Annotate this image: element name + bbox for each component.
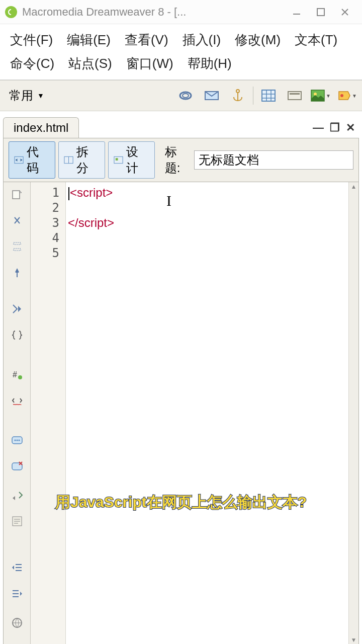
app-icon (5, 6, 17, 18)
expand-tag-icon[interactable] (8, 237, 26, 256)
document-tab-strip: index.html — ❐ ✕ (3, 117, 359, 138)
indent-left-icon[interactable] (8, 558, 26, 577)
menu-text[interactable]: 文本(T) (288, 28, 344, 52)
line-number: 5 (31, 246, 65, 261)
div-icon[interactable] (284, 86, 306, 106)
code-line: </script> (68, 215, 355, 230)
line-number: 4 (31, 230, 65, 246)
svg-point-5 (236, 90, 239, 93)
code-toolbar: # (4, 182, 31, 644)
video-caption: 用JavaScript在网页上怎么输出文本? (55, 492, 307, 513)
insert-toolbar: 常用 ▼ ▼ ▼ (0, 80, 362, 111)
view-split-label: 拆分 (76, 144, 100, 176)
view-code-label: 代码 (27, 144, 50, 176)
svg-rect-15 (114, 156, 123, 163)
menu-commands[interactable]: 命令(C) (3, 52, 61, 75)
svg-point-26 (18, 440, 20, 441)
code-editor: # 1 2 3 4 5 <script> </script> I (3, 182, 359, 644)
hyperlink-icon[interactable] (174, 86, 197, 106)
named-anchor-icon[interactable] (227, 86, 249, 106)
format-icon[interactable] (8, 512, 26, 530)
scroll-up-icon[interactable]: ▲ (349, 182, 358, 191)
line-number-gutter: 1 2 3 4 5 (31, 182, 66, 644)
view-code-button[interactable]: 代码 (9, 141, 55, 179)
code-hint-icon[interactable] (8, 431, 26, 449)
indent-icon[interactable] (8, 486, 26, 504)
toolbar-category-dropdown[interactable]: 常用 ▼ (4, 86, 49, 106)
line-number: 1 (31, 185, 65, 200)
document-tab[interactable]: index.html (3, 117, 79, 138)
menu-insert[interactable]: 插入(I) (175, 28, 228, 52)
open-documents-icon[interactable] (8, 185, 26, 203)
menu-site[interactable]: 站点(S) (61, 52, 119, 75)
minimize-button[interactable] (285, 0, 309, 24)
vertical-scrollbar[interactable]: ▲ ▼ (348, 182, 358, 644)
syntax-error-icon[interactable] (8, 391, 26, 410)
svg-point-22 (18, 375, 22, 379)
image-icon[interactable]: ▼ (310, 86, 332, 106)
svg-text:#: # (13, 370, 17, 379)
toolbar-category-label: 常用 (9, 88, 33, 104)
svg-rect-1 (317, 9, 324, 16)
doc-close-button[interactable]: ✕ (346, 121, 355, 134)
code-line: <script> (68, 185, 355, 200)
doc-title-label: 标题: (165, 144, 191, 176)
balance-braces-icon[interactable] (8, 300, 26, 318)
media-icon[interactable]: ▼ (336, 86, 358, 106)
titlebar: Macromedia Dreamweaver 8 - [... (0, 0, 362, 24)
menu-file[interactable]: 文件(F) (3, 28, 60, 52)
app-title: Macromedia Dreamweaver 8 - [... (22, 6, 285, 19)
line-numbers-icon[interactable] (8, 326, 26, 344)
line-number: 2 (31, 200, 65, 215)
table-icon[interactable] (257, 86, 280, 106)
menu-window[interactable]: 窗口(W) (119, 52, 180, 75)
svg-rect-8 (290, 93, 300, 95)
svg-rect-7 (288, 92, 301, 100)
recent-snippets-icon[interactable] (8, 457, 26, 475)
svg-point-11 (340, 94, 343, 97)
email-link-icon[interactable] (201, 86, 223, 106)
reference-icon[interactable] (8, 614, 26, 632)
svg-rect-18 (14, 243, 21, 245)
menu-modify[interactable]: 修改(M) (228, 28, 288, 52)
svg-rect-17 (13, 191, 20, 199)
code-line (68, 200, 355, 215)
menu-edit[interactable]: 编辑(E) (60, 28, 118, 52)
indent-right-icon[interactable] (8, 585, 26, 603)
code-pane[interactable]: <script> </script> I (66, 182, 358, 644)
svg-rect-6 (262, 90, 275, 101)
mouse-text-cursor-icon: I (166, 193, 171, 208)
code-line (68, 230, 355, 246)
svg-point-3 (183, 94, 189, 98)
document-toolbar: 代码 拆分 设计 标题: (3, 138, 359, 182)
svg-rect-19 (14, 249, 21, 251)
close-button[interactable] (333, 0, 357, 24)
svg-point-25 (16, 440, 18, 441)
doc-title-input[interactable] (194, 150, 353, 170)
doc-minimize-button[interactable]: — (313, 121, 324, 134)
document-area: index.html — ❐ ✕ 代码 拆分 设计 标题: (0, 111, 362, 644)
view-design-label: 设计 (126, 144, 149, 176)
svg-rect-16 (116, 158, 118, 160)
maximize-button[interactable] (309, 0, 333, 24)
view-design-button[interactable]: 设计 (108, 141, 155, 179)
scroll-down-icon[interactable]: ▼ (349, 635, 358, 644)
svg-rect-0 (293, 14, 300, 15)
menu-view[interactable]: 查看(V) (118, 28, 175, 52)
toolbar-separator (253, 87, 253, 105)
text-cursor (68, 187, 69, 200)
svg-point-24 (14, 440, 16, 441)
select-parent-tag-icon[interactable] (8, 264, 26, 282)
highlight-invalid-icon[interactable]: # (8, 365, 26, 383)
menu-bar: 文件(F) 编辑(E) 查看(V) 插入(I) 修改(M) 文本(T) 命令(C… (0, 24, 362, 80)
view-split-button[interactable]: 拆分 (58, 141, 105, 179)
line-number: 3 (31, 215, 65, 230)
menu-help[interactable]: 帮助(H) (180, 52, 239, 75)
collapse-tag-icon[interactable] (8, 211, 26, 229)
doc-restore-button[interactable]: ❐ (330, 121, 340, 134)
chevron-down-icon: ▼ (37, 92, 44, 100)
code-line (68, 246, 355, 261)
